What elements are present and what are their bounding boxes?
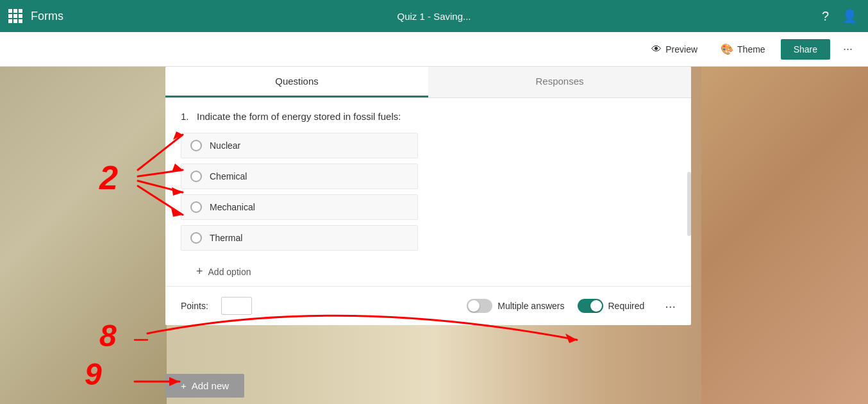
- option-radio-chemical[interactable]: [190, 171, 202, 182]
- multiple-answers-toggle[interactable]: [467, 299, 492, 313]
- theme-label: Theme: [737, 44, 765, 55]
- points-label: Points:: [181, 301, 208, 311]
- user-button[interactable]: 👤: [837, 6, 863, 26]
- multiple-answers-toggle-group: Multiple answers: [467, 299, 564, 313]
- tabs-row: Questions Responses: [165, 67, 691, 98]
- preview-button[interactable]: 👁 Preview: [644, 40, 705, 59]
- option-radio-mechanical[interactable]: [190, 201, 202, 213]
- app-name: Forms: [31, 10, 63, 23]
- option-label-thermal: Thermal: [210, 233, 242, 243]
- title-separator: -: [428, 11, 431, 22]
- theme-button[interactable]: 🎨 Theme: [713, 39, 773, 59]
- left-background: [0, 67, 167, 404]
- tab-questions[interactable]: Questions: [165, 67, 428, 97]
- option-row[interactable]: Thermal: [181, 225, 418, 251]
- required-label: Required: [608, 301, 645, 311]
- footer-more-button[interactable]: ···: [665, 299, 676, 314]
- form-panel: Questions Responses 1. Indicate the form…: [165, 67, 691, 325]
- multiple-answers-label: Multiple answers: [497, 301, 564, 311]
- option-label-chemical: Chemical: [210, 171, 247, 181]
- quiz-title: Quiz 1: [397, 11, 424, 22]
- apps-menu-button[interactable]: [0, 9, 31, 23]
- toggle-knob-required: [590, 300, 602, 312]
- toggle-knob-multiple: [468, 300, 480, 312]
- question-area: 1. Indicate the form of energy stored in…: [165, 98, 691, 122]
- required-toggle-group: Required: [578, 299, 645, 313]
- top-bar-actions: ? 👤: [817, 6, 863, 26]
- option-radio-nuclear[interactable]: [190, 140, 202, 151]
- question-number: 1.: [181, 111, 189, 122]
- add-new-label: Add new: [192, 380, 229, 391]
- preview-label: Preview: [665, 44, 697, 55]
- add-new-button[interactable]: + Add new: [165, 374, 244, 398]
- add-new-icon: +: [181, 380, 187, 391]
- saving-status: Saving...: [433, 11, 471, 22]
- scrollbar[interactable]: [687, 172, 691, 236]
- option-row[interactable]: Chemical: [181, 164, 418, 189]
- footer-row: Points: Multiple answers Required ···: [165, 286, 691, 325]
- share-button[interactable]: Share: [781, 39, 830, 60]
- required-toggle[interactable]: [578, 299, 603, 313]
- top-bar: Forms Quiz 1 - Saving... ? 👤: [0, 0, 868, 32]
- theme-icon: 🎨: [721, 43, 733, 55]
- option-label-mechanical: Mechanical: [210, 202, 255, 212]
- add-option-plus-icon: +: [196, 265, 203, 278]
- toolbar: 👁 Preview 🎨 Theme Share ···: [0, 32, 868, 67]
- right-background: [701, 67, 868, 404]
- question-text: Indicate the form of energy stored in fo…: [197, 111, 401, 122]
- add-option-row[interactable]: + Add option: [165, 258, 691, 278]
- option-row[interactable]: Mechanical: [181, 194, 418, 220]
- options-list: Nuclear Chemical Mechanical Thermal: [181, 133, 691, 251]
- more-options-button[interactable]: ···: [838, 40, 858, 58]
- tab-responses[interactable]: Responses: [428, 67, 691, 97]
- apps-grid-icon: [8, 9, 22, 23]
- option-radio-thermal[interactable]: [190, 232, 202, 244]
- option-row[interactable]: Nuclear: [181, 133, 418, 158]
- help-button[interactable]: ?: [817, 6, 834, 26]
- add-option-label: Add option: [208, 267, 251, 277]
- option-label-nuclear: Nuclear: [210, 140, 240, 151]
- points-input[interactable]: [221, 297, 252, 315]
- quiz-title-area: Quiz 1 - Saving...: [397, 11, 471, 22]
- preview-icon: 👁: [651, 44, 662, 55]
